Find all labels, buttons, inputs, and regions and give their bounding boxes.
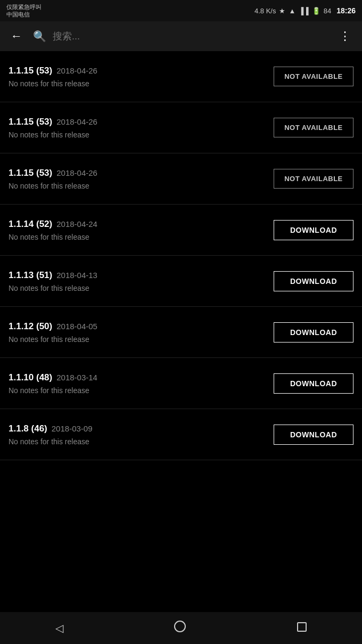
bluetooth-icon: ★ — [279, 7, 285, 15]
release-notes: No notes for this release — [9, 386, 274, 395]
release-info: 1.1.12 (50)2018-04-05No notes for this r… — [9, 321, 274, 344]
network-speed: 4.8 K/s — [254, 7, 276, 15]
release-version: 1.1.13 (51) — [9, 270, 52, 280]
release-title-row: 1.1.13 (51)2018-04-13 — [9, 270, 274, 281]
search-icon: 🔍 — [33, 30, 46, 43]
status-left: 仅限紧急呼叫 中国电信 — [6, 3, 42, 19]
release-date: 2018-04-26 — [56, 168, 97, 177]
release-version: 1.1.15 (53) — [9, 66, 52, 76]
release-title-row: 1.1.15 (53)2018-04-26 — [9, 168, 274, 178]
release-version: 1.1.12 (50) — [9, 321, 52, 331]
release-info: 1.1.10 (48)2018-03-14No notes for this r… — [9, 372, 274, 395]
status-bar: 仅限紧急呼叫 中国电信 4.8 K/s ★ ▲ ▐▐ 🔋 84 18:26 — [0, 0, 362, 21]
not-available-button: NOT AVAILABLE — [274, 118, 353, 137]
release-title-row: 1.1.8 (46)2018-03-09 — [9, 423, 274, 434]
nav-home-button[interactable] — [163, 616, 196, 640]
release-title-row: 1.1.12 (50)2018-04-05 — [9, 321, 274, 332]
release-version: 1.1.14 (52) — [9, 219, 52, 229]
release-info: 1.1.15 (53)2018-04-26No notes for this r… — [9, 66, 274, 88]
download-button[interactable]: DOWNLOAD — [274, 425, 353, 445]
release-date: 2018-03-09 — [52, 424, 93, 433]
release-title-row: 1.1.14 (52)2018-04-24 — [9, 219, 274, 230]
battery-percent: 84 — [324, 7, 331, 15]
release-info: 1.1.15 (53)2018-04-26No notes for this r… — [9, 117, 274, 139]
release-item: 1.1.15 (53)2018-04-26No notes for this r… — [0, 102, 362, 153]
recents-square-icon — [297, 622, 307, 632]
release-date: 2018-03-14 — [56, 373, 97, 382]
release-version: 1.1.15 (53) — [9, 117, 52, 127]
download-button[interactable]: DOWNLOAD — [274, 220, 353, 240]
more-options-button[interactable]: ⋮ — [335, 25, 356, 47]
release-notes: No notes for this release — [9, 233, 274, 241]
nav-recents-button[interactable] — [286, 617, 317, 639]
release-notes: No notes for this release — [9, 79, 274, 88]
release-item: 1.1.12 (50)2018-04-05No notes for this r… — [0, 307, 362, 358]
release-notes: No notes for this release — [9, 437, 274, 446]
release-info: 1.1.13 (51)2018-04-13No notes for this r… — [9, 270, 274, 292]
release-notes: No notes for this release — [9, 182, 274, 190]
nav-back-button[interactable]: ◁ — [45, 617, 74, 639]
bottom-navigation: ◁ — [0, 612, 362, 644]
battery-icon: 🔋 — [312, 7, 320, 15]
download-button[interactable]: DOWNLOAD — [274, 271, 353, 291]
search-input[interactable] — [53, 31, 328, 42]
release-info: 1.1.8 (46)2018-03-09No notes for this re… — [9, 423, 274, 446]
carrier-text: 中国电信 — [6, 11, 42, 18]
release-item: 1.1.13 (51)2018-04-13No notes for this r… — [0, 256, 362, 307]
release-version: 1.1.10 (48) — [9, 372, 52, 382]
release-item: 1.1.8 (46)2018-03-09No notes for this re… — [0, 409, 362, 460]
release-title-row: 1.1.15 (53)2018-04-26 — [9, 117, 274, 127]
back-button[interactable]: ← — [6, 25, 27, 47]
home-circle-icon — [174, 621, 186, 632]
release-list: 1.1.15 (53)2018-04-26No notes for this r… — [0, 51, 362, 460]
release-item: 1.1.15 (53)2018-04-26No notes for this r… — [0, 51, 362, 102]
signal-icon: ▐▐ — [299, 7, 308, 15]
not-available-button: NOT AVAILABLE — [274, 169, 353, 189]
download-button[interactable]: DOWNLOAD — [274, 322, 353, 343]
release-date: 2018-04-13 — [56, 271, 97, 280]
release-item: 1.1.14 (52)2018-04-24No notes for this r… — [0, 205, 362, 256]
wifi-icon: ▲ — [289, 7, 295, 15]
release-info: 1.1.14 (52)2018-04-24No notes for this r… — [9, 219, 274, 241]
release-date: 2018-04-05 — [56, 322, 97, 331]
clock: 18:26 — [336, 6, 356, 15]
not-available-button: NOT AVAILABLE — [274, 67, 353, 86]
release-title-row: 1.1.15 (53)2018-04-26 — [9, 66, 274, 76]
release-notes: No notes for this release — [9, 335, 274, 344]
status-right: 4.8 K/s ★ ▲ ▐▐ 🔋 84 18:26 — [254, 6, 356, 15]
release-title-row: 1.1.10 (48)2018-03-14 — [9, 372, 274, 383]
release-version: 1.1.15 (53) — [9, 168, 52, 178]
release-item: 1.1.15 (53)2018-04-26No notes for this r… — [0, 153, 362, 205]
release-version: 1.1.8 (46) — [9, 423, 47, 434]
emergency-text: 仅限紧急呼叫 — [6, 3, 42, 11]
release-date: 2018-04-26 — [56, 117, 97, 126]
toolbar: ← 🔍 ⋮ — [0, 21, 362, 51]
release-item: 1.1.10 (48)2018-03-14No notes for this r… — [0, 358, 362, 409]
release-date: 2018-04-24 — [56, 219, 97, 229]
release-date: 2018-04-26 — [56, 66, 97, 75]
download-button[interactable]: DOWNLOAD — [274, 373, 353, 394]
release-notes: No notes for this release — [9, 284, 274, 292]
release-notes: No notes for this release — [9, 131, 274, 139]
release-info: 1.1.15 (53)2018-04-26No notes for this r… — [9, 168, 274, 190]
